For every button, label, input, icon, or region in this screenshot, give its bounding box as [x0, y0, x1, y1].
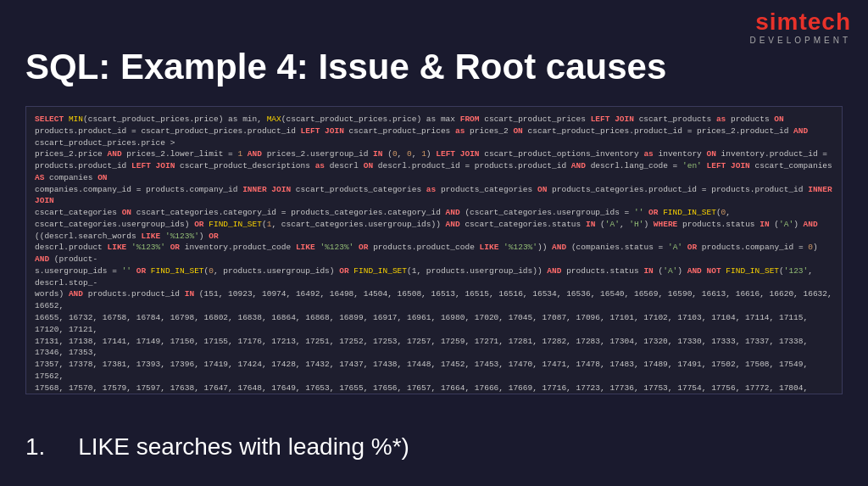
sql-code-block: SELECT MIN(cscart_product_prices.price) …	[25, 106, 843, 394]
page-title: SQL: Example 4: Issue & Root causes	[25, 47, 666, 87]
logo-area: simtech DEVELOPMENT	[749, 8, 851, 45]
simtech-logo: simtech	[749, 8, 851, 36]
list-item-text: LIKE searches with leading %*)	[78, 433, 409, 460]
list-item-number: 1.	[25, 433, 45, 460]
logo-development: DEVELOPMENT	[749, 36, 851, 45]
bottom-list-item: 1. LIKE searches with leading %*)	[25, 433, 409, 461]
